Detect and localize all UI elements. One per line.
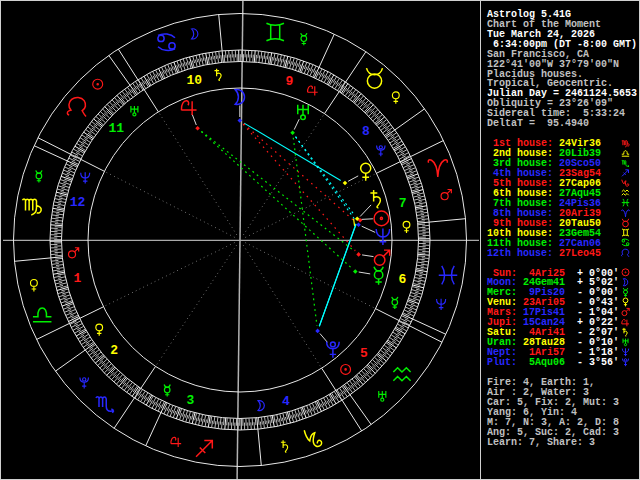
svg-text:5: 5	[360, 346, 368, 361]
svg-text:7: 7	[399, 196, 407, 211]
svg-text:12: 12	[70, 195, 86, 210]
svg-text:3: 3	[187, 393, 195, 408]
svg-text:8: 8	[362, 124, 370, 139]
svg-text:10: 10	[186, 73, 202, 88]
svg-text:11: 11	[108, 121, 124, 136]
svg-text:4: 4	[282, 394, 290, 409]
svg-text:6: 6	[398, 272, 406, 287]
svg-text:9: 9	[286, 74, 294, 89]
svg-text:2: 2	[110, 343, 118, 358]
svg-text:1: 1	[73, 271, 81, 286]
